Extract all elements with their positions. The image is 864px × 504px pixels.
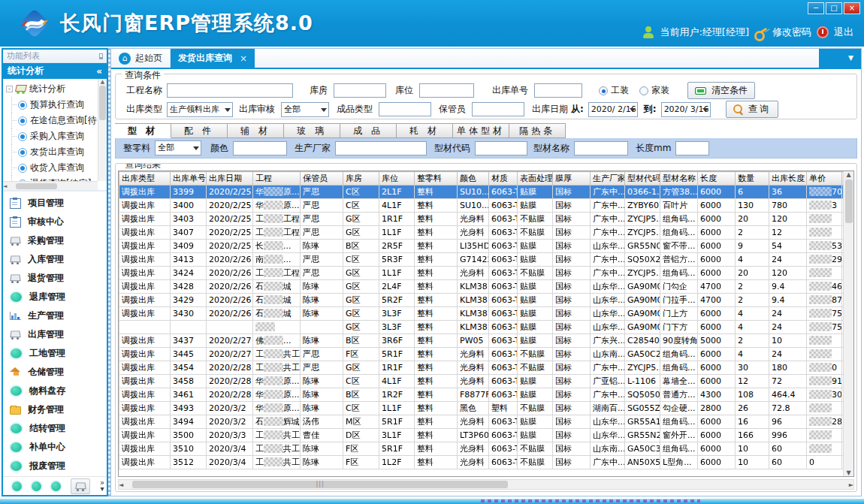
table-vertical-scrollbar[interactable]: ▲▼ [843,171,853,476]
menu-item[interactable]: 生产管理 [3,306,107,325]
menu-item[interactable]: 退库管理 [3,288,107,306]
more-chevron[interactable]: »▾ [100,480,104,492]
menu-item[interactable]: 出库管理 [3,325,107,344]
radio-home-decoration[interactable] [639,86,648,95]
date-to-picker[interactable]: 2020/ 3/16 [661,102,711,117]
tree-expander-icon[interactable]: - [6,86,13,92]
column-header[interactable]: 单价 [807,172,842,186]
menu-item[interactable]: 项目管理 [3,194,107,213]
material-tab[interactable]: 辅 材 [228,123,284,138]
pin-icon[interactable] [99,53,103,59]
material-tab[interactable]: 配 件 [171,123,228,138]
material-tab[interactable]: 玻 璃 [284,123,340,138]
column-header[interactable]: 整零料 [415,172,458,186]
logout-link[interactable]: 退出 [834,26,853,39]
dot-icon[interactable] [32,481,41,491]
table-row[interactable]: 调拨出库 3409 2020/2/25 长... 陈琳 B区 2R5F 整料 L… [119,240,855,253]
manufacturer-input[interactable] [335,141,427,155]
table-row[interactable]: 调拨出库 3512 2020/3/4 工共工程 陈琳 F区 1L2F 整料 光身… [119,456,855,469]
column-header[interactable]: 保管员 [301,172,343,186]
tree-item[interactable]: 在途信息查询[待 [6,113,107,128]
table-row[interactable]: 调拨出库 3424 2020/2/26 工工程 严思 G区 1L1F 整料 光身… [119,267,855,280]
close-button[interactable]: × [844,2,860,14]
whole-select[interactable]: 全部 [155,140,201,155]
table-row[interactable]: 调拨出库 3407 2020/2/25 工工程 严思 G区 1L1F 整料 光身… [119,226,855,240]
tree-item[interactable]: 收货入库查询 [6,160,107,176]
column-header[interactable]: 数量 [736,172,769,186]
table-row[interactable]: 调拨出库 3510 2020/3/4 工共工程 陈琳 F区 5R1F 整料 光身… [119,442,855,456]
column-header[interactable]: 库房 [343,172,379,186]
tab-home[interactable]: ⌂ 起始页 [111,49,171,68]
menu-item[interactable]: 仓储管理 [3,363,107,382]
search-button[interactable]: 查 询 [726,101,778,118]
menu-item[interactable]: 采购管理 [3,231,107,250]
dot-icon[interactable] [12,481,22,491]
out-type-select[interactable]: 生产领料出库 [167,102,233,117]
column-header[interactable]: 出库单号 [171,172,207,186]
color-input[interactable] [233,141,287,155]
tree-item[interactable]: 预算执行查询 [6,97,107,113]
table-row[interactable]: 调拨出库 3400 2020/2/25 华原... 严思 C区 4L1F 整料 … [119,199,855,213]
dot-icon[interactable] [51,481,61,491]
clear-conditions-button[interactable]: 清空条件 [687,82,755,99]
table-row[interactable]: 调拨出库 3399 2020/2/25 华原... 严思 C区 2L1F 整料 … [119,186,855,199]
menu-item[interactable]: 报废管理 [3,457,107,475]
table-row[interactable]: 调拨出库 3445 2020/2/27 工共工程 严思 F区 5R1F 整料 光… [119,348,855,361]
column-header[interactable]: 工程 [253,172,301,186]
warehouse-input[interactable] [334,83,386,98]
location-input[interactable] [419,83,474,98]
tab-close-icon[interactable]: × [240,53,247,64]
cart-shortcut-button[interactable] [71,478,90,494]
column-header[interactable]: 出库类型 [119,172,171,186]
table-row[interactable]: 调拨出库 3454 2020/2/28 工共工程 严思 G区 1R1F 整料 光… [119,361,855,375]
table-row[interactable]: 调拨出库 3437 2020/2/27 佛... 陈琳 B区 3R6F 整料 P… [119,334,855,348]
menu-item[interactable]: 退货管理 [3,269,107,288]
table-row[interactable]: 调拨出库 3428 2020/2/26 石城 陈琳 G区 2L4F 整料 KLM… [119,280,855,294]
table-row[interactable]: 调拨出库 3500 2020/3/3 工共工程 曹佳 D区 3L1F 整料 LT… [119,429,855,442]
tab-shipping-query[interactable]: 发货出库查询 × [171,49,255,68]
maximize-button[interactable]: □ [826,2,842,14]
table-row[interactable]: 调拨出库 3413 2020/2/26 南... 严思 C区 5R3F 整料 G… [119,253,855,267]
radio-work-decoration[interactable] [599,86,608,95]
table-row[interactable]: 调拨出库 3461 2020/2/28 华原... 陈琳 B区 1R2F 整料 … [119,388,855,402]
tree-horizontal-scrollbar[interactable]: ◄ [3,181,98,190]
column-header[interactable]: 型材代码 [625,172,660,186]
change-password-link[interactable]: 修改密码 [772,26,811,39]
column-header[interactable]: 长度 [698,172,736,186]
column-header[interactable]: 型材名称 [660,172,698,186]
column-header[interactable]: 膜厚 [553,172,591,186]
column-header[interactable]: 出库长度 [769,172,807,186]
radio-work-label[interactable]: 工装 [611,84,629,97]
length-input[interactable] [675,141,709,155]
table-row[interactable]: 调拨出库 3403 2020/2/25 工工程 严思 G区 1R1F 整料 光身… [119,213,855,226]
column-header[interactable]: 材质 [489,172,518,186]
material-tab[interactable]: 耗 材 [397,123,453,138]
tree-root-node[interactable]: - 统计分析 [6,81,107,97]
order-no-input[interactable] [534,83,582,98]
profile-code-input[interactable] [475,141,527,155]
table-row[interactable]: 调拨出库 3494 2020/3/2 石辉城 汤伟 M区 5R1F 整料 光身料… [119,415,855,429]
menu-item[interactable]: 财务管理 [3,400,107,419]
menu-item[interactable]: 入库管理 [3,250,107,269]
date-from-picker[interactable]: 2020/ 2/16 [588,102,638,117]
column-header[interactable]: 表面处理 [518,172,553,186]
project-name-input[interactable] [167,83,293,98]
tab-list-dropdown[interactable]: ▼ [819,49,861,68]
menu-item[interactable]: 补单中心 [3,438,107,457]
profile-name-input[interactable] [574,141,628,155]
material-tab[interactable]: 单体型材 [453,123,509,138]
minimize-button[interactable]: ─ [808,2,824,14]
table-row[interactable]: 调拨出库 3429 2020/2/26 石城 陈琳 G区 5R2F 整料 KLM… [119,294,855,307]
column-header[interactable]: 出库日期 [207,172,253,186]
table-horizontal-scrollbar[interactable]: ◄|||► [118,479,854,490]
table-row[interactable]: 调拨出库 3493 2020/3/2 华原... 陈琳 C区 1L1F 整料 黑… [119,402,855,415]
column-header[interactable]: 库位 [379,172,415,186]
tree-item[interactable]: 采购入库查询 [6,128,107,144]
menu-item[interactable]: 工地管理 [3,344,107,363]
keeper-input[interactable] [472,102,524,116]
collapse-icon[interactable]: « [96,66,102,77]
table-row[interactable]: 调拨出库 3430 2020/2/26 石城 陈琳 G区 3L3F 整料 KLM… [119,307,855,321]
menu-item[interactable]: 物料盘存 [3,382,107,400]
radio-home-label[interactable]: 家装 [651,84,669,97]
table-row[interactable]: 调拨出库 3458 2020/2/28 华原... 陈琳 C区 4L1F 整料 … [119,375,855,388]
